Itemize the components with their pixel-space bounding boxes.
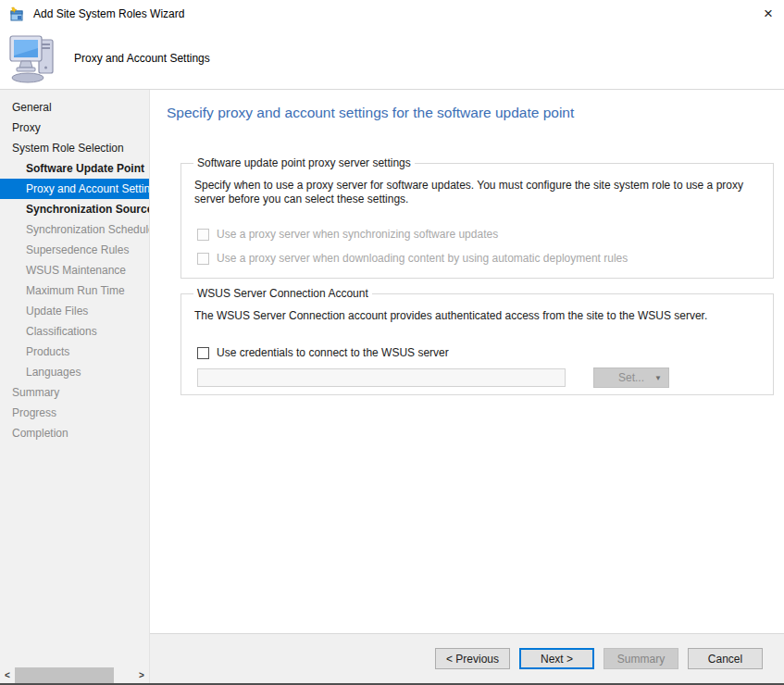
set-account-button: Set... ▼ — [593, 367, 669, 388]
sidebar-item-system-role-selection[interactable]: System Role Selection — [0, 138, 149, 158]
sidebar-item-supersedence-rules: Supersedence Rules — [0, 240, 149, 260]
sidebar-item-synchronization-schedule: Synchronization Schedule — [0, 219, 149, 240]
sidebar-item-maximum-run-time: Maximum Run Time — [0, 280, 149, 301]
sidebar-item-classifications: Classifications — [0, 321, 149, 342]
sidebar-item-proxy[interactable]: Proxy — [0, 118, 149, 138]
close-icon: × — [764, 5, 773, 23]
proxy-sync-checkbox — [197, 229, 209, 241]
page-content: Specify proxy and account settings for t… — [150, 90, 784, 633]
proxy-settings-group: Software update point proxy server setti… — [180, 156, 774, 279]
sidebar-item-wsus-maintenance: WSUS Maintenance — [0, 260, 149, 280]
proxy-adr-checkbox — [197, 253, 209, 265]
window-title: Add Site System Roles Wizard — [33, 7, 184, 20]
proxy-adr-checkbox-label: Use a proxy server when downloading cont… — [217, 252, 628, 265]
summary-button: Summary — [604, 648, 678, 669]
sidebar-item-software-update-point[interactable]: Software Update Point — [0, 158, 149, 179]
wizard-body: General Proxy System Role Selection Soft… — [0, 90, 784, 683]
dropdown-caret-icon: ▼ — [654, 375, 662, 382]
proxy-sync-checkbox-label: Use a proxy server when synchronizing so… — [217, 228, 498, 241]
sidebar-item-proxy-and-account-settings[interactable]: Proxy and Account Settings — [0, 179, 149, 199]
sidebar-item-progress: Progress — [0, 403, 149, 423]
scroll-right-arrow-icon[interactable]: > — [134, 667, 149, 683]
proxy-sync-checkbox-row: Use a proxy server when synchronizing so… — [197, 228, 762, 241]
proxy-group-legend: Software update point proxy server setti… — [193, 156, 415, 169]
header-title: Proxy and Account Settings — [74, 52, 210, 65]
sidebar-item-synchronization-source[interactable]: Synchronization Source — [0, 199, 149, 219]
wsus-group-description: The WSUS Server Connection account provi… — [194, 309, 762, 323]
sidebar-item-completion: Completion — [0, 423, 149, 443]
scroll-left-arrow-icon[interactable]: < — [0, 667, 15, 683]
wsus-account-group: WSUS Server Connection Account The WSUS … — [180, 287, 774, 395]
proxy-group-description: Specify when to use a proxy server for s… — [194, 179, 762, 206]
wizard-app-icon — [9, 6, 25, 22]
next-button[interactable]: Next > — [519, 648, 594, 669]
wizard-window: Add Site System Roles Wizard × Proxy and… — [0, 0, 784, 685]
sidebar-item-general[interactable]: General — [0, 97, 149, 118]
wsus-group-legend: WSUS Server Connection Account — [193, 287, 372, 300]
main-column: Specify proxy and account settings for t… — [150, 90, 784, 683]
scrollbar-thumb[interactable] — [15, 667, 114, 683]
wizard-header: Proxy and Account Settings — [0, 28, 784, 89]
wsus-account-row: Set... ▼ — [197, 367, 762, 388]
previous-button[interactable]: < Previous — [435, 648, 510, 669]
set-account-button-label: Set... — [618, 371, 644, 384]
wizard-nav-sidebar: General Proxy System Role Selection Soft… — [0, 90, 150, 683]
sidebar-item-summary: Summary — [0, 382, 149, 403]
scrollbar-track[interactable] — [114, 667, 134, 683]
cancel-button[interactable]: Cancel — [688, 648, 763, 669]
wsus-credentials-checkbox[interactable] — [197, 347, 209, 359]
close-button[interactable]: × — [753, 0, 784, 28]
wizard-footer: < Previous Next > Summary Cancel — [150, 633, 784, 683]
sidebar-horizontal-scrollbar[interactable]: < > — [0, 667, 149, 683]
wsus-credentials-checkbox-label: Use credentials to connect to the WSUS s… — [217, 346, 449, 359]
wsus-account-input — [197, 368, 566, 387]
proxy-adr-checkbox-row: Use a proxy server when downloading cont… — [197, 252, 762, 265]
title-bar: Add Site System Roles Wizard × — [0, 0, 784, 28]
wsus-credentials-checkbox-row: Use credentials to connect to the WSUS s… — [197, 346, 762, 359]
sidebar-item-languages: Languages — [0, 362, 149, 382]
sidebar-item-products: Products — [0, 342, 149, 362]
sidebar-item-update-files: Update Files — [0, 301, 149, 321]
computer-icon — [7, 32, 61, 84]
page-title: Specify proxy and account settings for t… — [167, 104, 784, 122]
